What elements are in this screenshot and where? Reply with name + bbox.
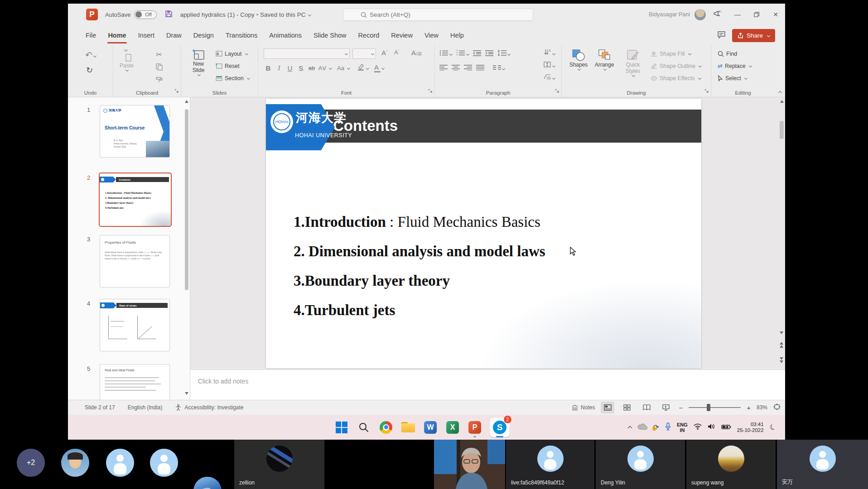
shape-effects-button[interactable]: Shape Effects — [651, 72, 701, 84]
slide-thumbnail-4[interactable]: Rate of strain — [100, 299, 170, 351]
dialog-launcher-icon[interactable] — [555, 86, 559, 95]
decrease-indent-button[interactable] — [473, 50, 481, 58]
reading-view-button[interactable] — [640, 402, 653, 413]
taskbar-clock[interactable]: 03:41 25-10-2022 — [737, 422, 764, 433]
participant-avatar[interactable] — [106, 449, 134, 477]
tab-view[interactable]: View — [419, 25, 444, 45]
align-center-button[interactable] — [452, 64, 460, 72]
slide-thumbnail-2-selected[interactable]: Contents 1.Introduction : Fluid Mechanic… — [99, 173, 172, 227]
scrollbar-thumb[interactable] — [185, 109, 188, 290]
powerpoint-app-icon[interactable]: P — [86, 9, 98, 20]
scroll-down-icon[interactable] — [185, 392, 188, 395]
word-icon[interactable]: W — [423, 420, 438, 435]
tab-home[interactable]: Home — [102, 25, 132, 45]
participant-live-video[interactable] — [434, 440, 505, 489]
tab-transitions[interactable]: Transitions — [220, 25, 263, 45]
zoom-level[interactable]: 83% — [757, 404, 767, 411]
line-spacing-button[interactable] — [497, 50, 510, 58]
paste-button[interactable]: Paste — [120, 49, 134, 71]
participant-tile-live-id[interactable]: live:fa5c849f649a0f12 — [506, 440, 594, 489]
scroll-down-icon[interactable] — [780, 331, 783, 334]
text-shadow-button[interactable]: S — [295, 64, 306, 72]
slide-thumbnail-1[interactable]: 河海大学 Short-term Course B. S. Pani Hohai … — [100, 105, 170, 158]
share-button[interactable]: Share — [732, 29, 775, 42]
participant-tile-deng-yilin[interactable]: Deng Yilin — [596, 440, 685, 489]
align-right-button[interactable] — [464, 64, 472, 72]
previous-slide-button[interactable] — [780, 342, 783, 348]
search-input[interactable] — [343, 9, 533, 21]
zoom-slider[interactable] — [689, 407, 741, 408]
tab-slide-show[interactable]: Slide Show — [308, 25, 352, 45]
participant-avatar[interactable] — [193, 477, 222, 489]
tab-draw[interactable]: Draw — [160, 25, 188, 45]
text-direction-button[interactable]: A — [543, 49, 555, 58]
highlight-color-button[interactable] — [357, 63, 365, 72]
collapse-ribbon-icon[interactable] — [778, 91, 782, 95]
chrome-icon[interactable] — [379, 420, 393, 435]
autosave-toggle[interactable]: Off — [134, 10, 157, 19]
slide-canvas[interactable]: Contents HOHAI 河海大学 HOHAI UNIVERSITY 1.I… — [266, 99, 701, 368]
night-light-icon[interactable]: ☾ — [768, 422, 777, 432]
increase-indent-button[interactable] — [485, 50, 493, 58]
arrange-button[interactable]: Arrange — [592, 49, 617, 70]
tab-design[interactable]: Design — [188, 25, 220, 45]
skype-icon[interactable]: S 2 — [490, 420, 510, 435]
bullets-button[interactable] — [439, 50, 452, 58]
powerpoint-taskbar-icon[interactable]: P — [468, 420, 482, 435]
comments-icon[interactable] — [717, 31, 726, 40]
clear-formatting-button[interactable]: A⌫ — [411, 49, 422, 57]
new-slide-button[interactable]: New Slide — [187, 49, 210, 76]
format-painter-button[interactable] — [153, 74, 165, 85]
document-title[interactable]: applied hydralics (1) - Copy • Saved to … — [180, 11, 311, 18]
columns-button[interactable] — [493, 64, 505, 72]
user-avatar[interactable] — [694, 9, 706, 20]
slide-body-text[interactable]: 1.Introduction : Fluid Mechanics Basics … — [294, 214, 545, 331]
start-button[interactable] — [334, 420, 349, 435]
reset-button[interactable]: Reset — [216, 60, 240, 72]
tab-insert[interactable]: Insert — [132, 25, 160, 45]
participant-avatar[interactable] — [150, 449, 178, 477]
participant-tile-zellion[interactable]: zellion — [234, 440, 324, 489]
slide-sorter-view-button[interactable] — [620, 402, 634, 413]
fit-to-window-button[interactable] — [773, 403, 781, 412]
tray-expand-icon[interactable] — [627, 426, 632, 431]
dialog-launcher-icon[interactable] — [704, 86, 709, 95]
file-explorer-icon[interactable] — [401, 420, 415, 435]
slide-show-button[interactable] — [659, 402, 673, 413]
taskbar-search-button[interactable] — [357, 420, 371, 435]
change-case-button[interactable]: Aa — [335, 65, 346, 72]
notes-toggle-button[interactable]: Notes — [571, 404, 595, 411]
scroll-up-icon[interactable] — [185, 100, 188, 103]
accessibility-checker[interactable]: Accessibility: Investigate — [175, 404, 243, 411]
tab-file[interactable]: File — [80, 25, 102, 45]
repeat-button[interactable]: ↻ — [86, 65, 93, 75]
thumbnail-scrollbar[interactable] — [185, 99, 188, 396]
dialog-launcher-icon[interactable] — [428, 86, 432, 95]
zoom-in-button[interactable]: + — [747, 404, 751, 412]
participant-avatar[interactable] — [61, 449, 89, 477]
section-button[interactable]: Section — [216, 72, 250, 84]
bold-button[interactable]: B — [263, 64, 274, 72]
character-spacing-button[interactable]: AV — [317, 65, 328, 72]
quick-styles-button[interactable]: Quick Styles — [619, 49, 647, 77]
find-button[interactable]: Find — [718, 48, 737, 59]
slide-thumbnail-3[interactable]: Properties of Fluids Solids:Shear stress… — [100, 235, 170, 288]
undo-button[interactable]: ↶ — [85, 50, 96, 60]
coming-soon-megaphone-icon[interactable] — [713, 10, 722, 19]
tab-record[interactable]: Record — [352, 25, 386, 45]
scroll-up-icon[interactable] — [780, 100, 784, 103]
excel-icon[interactable]: X — [445, 420, 460, 435]
shape-fill-button[interactable]: Shape Fill — [651, 48, 691, 59]
select-button[interactable]: Select — [718, 72, 747, 84]
slide-thumbnail-5[interactable]: Real and Ideal Fluids — [100, 364, 170, 400]
copy-button[interactable] — [153, 62, 165, 72]
slide-vertical-scrollbar[interactable] — [779, 97, 785, 369]
underline-button[interactable]: U — [285, 64, 295, 72]
microphone-icon[interactable] — [665, 422, 671, 432]
convert-to-smartart-button[interactable] — [543, 73, 555, 82]
zoom-slider-thumb[interactable] — [707, 404, 710, 411]
user-name[interactable]: Bidyasagar Pani — [649, 11, 690, 18]
language-indicator[interactable]: English (India) — [128, 404, 163, 411]
notes-pane[interactable]: Click to add notes — [190, 369, 785, 400]
wifi-icon[interactable] — [694, 423, 702, 431]
